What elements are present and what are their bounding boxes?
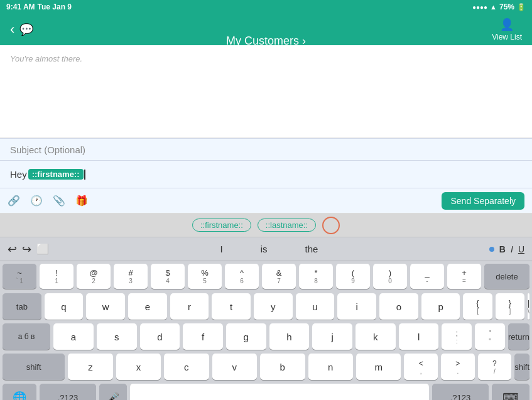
bold-button[interactable]: B <box>499 244 506 254</box>
key-j[interactable]: j <box>312 323 352 350</box>
suggestion-actions[interactable]: ↩ ↪ ⬜ <box>8 242 49 256</box>
key-l[interactable]: l <box>399 323 439 350</box>
redo-button[interactable]: ↪ <box>22 242 31 256</box>
undo-button[interactable]: ↩ <box>8 242 17 256</box>
key-hash-3[interactable]: #3 <box>114 264 148 289</box>
key-b[interactable]: b <box>260 354 305 380</box>
suggestion-word-2[interactable]: is <box>261 244 268 254</box>
nav-left[interactable]: ‹ 💬 <box>10 21 33 38</box>
key-percent-5[interactable]: %5 <box>188 264 222 289</box>
toolbar-row: 🔗 🕐 📎 🎁 Send Separately <box>0 188 532 214</box>
num123-right-key[interactable]: .?123 <box>432 384 489 400</box>
return-key[interactable]: return <box>508 323 529 350</box>
keyboard: ~` 1 !1 @2 #3 $4 %5 ^6 &7 *8 (9 )0 <box>0 261 532 400</box>
shift-left-key[interactable]: shift <box>3 354 65 380</box>
key-n[interactable]: n <box>308 354 353 380</box>
key-excl-1[interactable]: !1 <box>40 264 73 289</box>
key-s[interactable]: s <box>97 323 137 350</box>
nav-right[interactable]: 👤 View List <box>492 18 522 41</box>
blue-dot <box>489 247 494 252</box>
copy-button[interactable]: ⬜ <box>36 243 49 255</box>
key-c[interactable]: c <box>164 354 209 380</box>
status-date: Tue Jan 9 <box>38 3 72 11</box>
key-g[interactable]: g <box>226 323 266 350</box>
shift-right-key[interactable]: shift <box>514 354 529 380</box>
key-caret-6[interactable]: ^6 <box>225 264 259 289</box>
key-semicolon[interactable]: ;: <box>442 323 472 350</box>
key-z[interactable]: z <box>68 354 112 380</box>
key-comma[interactable]: <, <box>404 354 438 380</box>
key-r[interactable]: r <box>170 293 209 320</box>
key-underscore-minus[interactable]: _- <box>410 264 444 289</box>
status-left: 9:41 AM Tue Jan 9 <box>6 3 72 11</box>
key-lparen-9[interactable]: (9 <box>336 264 370 289</box>
suggestion-word-3[interactable]: the <box>305 244 318 254</box>
globe-key[interactable]: 🌐 <box>3 384 36 400</box>
key-k[interactable]: k <box>356 323 396 350</box>
num123-left-key[interactable]: .?123 <box>40 384 96 400</box>
attachment-icon[interactable]: 📎 <box>53 195 65 207</box>
subject-field[interactable]: Subject (Optional) <box>0 138 532 161</box>
chat-icon: 💬 <box>19 23 33 36</box>
gift-icon[interactable]: 🎁 <box>75 195 88 207</box>
suggestion-words[interactable]: I is the <box>49 244 489 254</box>
link-icon[interactable]: 🔗 <box>8 195 20 207</box>
key-v[interactable]: v <box>212 354 257 380</box>
key-t[interactable]: t <box>212 293 251 320</box>
tab-key[interactable]: tab <box>3 293 41 320</box>
key-dollar-4[interactable]: $4 <box>151 264 185 289</box>
view-list-label[interactable]: View List <box>492 33 522 41</box>
autocomplete-empty-chip[interactable] <box>322 217 340 234</box>
italic-button[interactable]: I <box>511 244 513 254</box>
signal-icon: ●●●● <box>472 4 487 11</box>
key-i[interactable]: i <box>337 293 376 320</box>
key-m[interactable]: m <box>356 354 401 380</box>
key-plus-equal[interactable]: += <box>447 264 481 289</box>
key-x[interactable]: x <box>116 354 161 380</box>
status-bar: 9:41 AM Tue Jan 9 ●●●● ▲ 75% 🔋 <box>0 0 532 14</box>
key-a[interactable]: a <box>53 323 94 350</box>
text-format-icons[interactable]: B I U <box>489 244 524 254</box>
firstname-chip[interactable]: ::firstname:: <box>192 219 251 232</box>
message-field[interactable]: Hey ::firstname:: <box>0 161 532 188</box>
mic-key[interactable]: 🎤 <box>99 384 127 400</box>
content-area[interactable]: You're almost there. <box>0 45 532 138</box>
key-f[interactable]: f <box>183 323 223 350</box>
cursor <box>84 170 85 180</box>
key-tilde-1[interactable]: ~` 1 <box>3 264 36 289</box>
hide-keyboard-key[interactable]: ⌨ <box>492 384 529 400</box>
key-pipe[interactable]: |\ <box>528 293 529 320</box>
key-w[interactable]: w <box>86 293 125 320</box>
key-rbrace[interactable]: }] <box>496 293 524 320</box>
send-separately-button[interactable]: Send Separately <box>442 192 524 210</box>
key-e[interactable]: e <box>128 293 167 320</box>
key-y[interactable]: y <box>254 293 293 320</box>
space-key[interactable] <box>130 384 429 400</box>
delete-key[interactable]: delete <box>484 264 529 289</box>
firstname-tag[interactable]: ::firstname:: <box>28 169 84 180</box>
battery-icon: 🔋 <box>517 3 526 11</box>
key-u[interactable]: u <box>296 293 335 320</box>
suggestion-word-1[interactable]: I <box>220 244 222 254</box>
key-h[interactable]: h <box>269 323 310 350</box>
back-icon[interactable]: ‹ <box>10 21 14 38</box>
wifi-icon: ▲ <box>490 3 497 11</box>
key-slash[interactable]: ?/ <box>478 354 512 380</box>
key-quote[interactable]: '" <box>475 323 505 350</box>
key-amp-7[interactable]: &7 <box>262 264 296 289</box>
key-d[interactable]: d <box>140 323 180 350</box>
lastname-chip[interactable]: ::lastname:: <box>258 219 316 232</box>
key-rparen-0[interactable]: )0 <box>373 264 407 289</box>
toolbar-left[interactable]: 🔗 🕐 📎 🎁 <box>8 195 88 207</box>
key-lbrace[interactable]: {[ <box>463 293 492 320</box>
caps-key[interactable]: а б в <box>3 323 50 350</box>
key-q[interactable]: q <box>45 293 84 320</box>
key-p[interactable]: p <box>421 293 460 320</box>
status-right: ●●●● ▲ 75% 🔋 <box>472 3 526 11</box>
key-period[interactable]: >. <box>441 354 475 380</box>
underline-button[interactable]: U <box>518 244 524 254</box>
key-o[interactable]: o <box>379 293 418 320</box>
key-at-2[interactable]: @2 <box>77 264 111 289</box>
clock-icon[interactable]: 🕐 <box>30 195 43 207</box>
key-star-8[interactable]: *8 <box>299 264 333 289</box>
